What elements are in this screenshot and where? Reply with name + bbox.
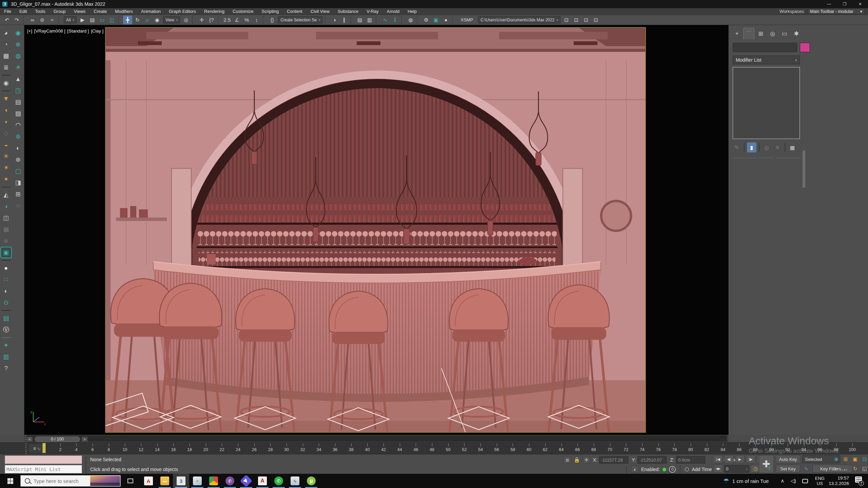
viewport-style-menu[interactable]: [Standard ] (67, 28, 89, 34)
light-dome-icon[interactable]: ◖ (1, 105, 11, 115)
orbit-button[interactable]: ↻ (851, 465, 859, 473)
maximize-button[interactable]: ❐ (837, 0, 852, 8)
render-monitor-icon[interactable]: ◨ (13, 178, 23, 188)
toggle-scene-explorer-button[interactable]: ▤ (355, 16, 364, 24)
window-crossing-toggle[interactable]: ◫ (107, 16, 117, 24)
spinner-icon[interactable]: ↕ (746, 467, 748, 471)
tab-display[interactable]: ▭ (779, 28, 790, 39)
close-button[interactable]: ✕ (852, 0, 868, 8)
search-input[interactable] (34, 478, 91, 484)
absolute-offset-toggle[interactable]: ✛ (583, 456, 590, 464)
reference-coordinate-dropdown[interactable]: View▾ (163, 16, 180, 23)
tab-hierarchy[interactable]: ⊞ (755, 28, 766, 39)
viewport-area[interactable]: [+] [VRayCam008 ] [Standard ] [Clay ] (24, 25, 728, 435)
select-and-manipulate-button[interactable]: ✛ (197, 16, 206, 24)
search-highlight-image[interactable] (90, 476, 120, 486)
taskbar-search[interactable] (20, 475, 121, 487)
previous-frame-button[interactable]: ◀| (724, 455, 734, 463)
use-pivot-point-center-button[interactable]: ◎ (181, 16, 191, 24)
doc-stack-icon[interactable]: ▤ (1, 313, 11, 323)
task-view-button[interactable] (123, 474, 137, 488)
sphere-swoosh-icon[interactable]: ◑ (1, 201, 11, 211)
menu-tools[interactable]: Tools (31, 8, 49, 15)
tab-modify[interactable]: ⌒ (743, 28, 754, 39)
angle-snap-toggle[interactable]: ∠ (232, 16, 241, 24)
undo-button[interactable]: ↶ (2, 16, 12, 24)
rectangular-selection-region-button[interactable]: ▭ (98, 16, 107, 24)
tray-chevron-icon[interactable]: ∧ (781, 478, 784, 484)
geosphere-icon[interactable]: ◇ (1, 128, 11, 138)
material-sphere-icon[interactable]: ● (1, 263, 11, 273)
select-and-move-button[interactable]: ╋ (123, 16, 132, 24)
default-tangents-button[interactable]: ∿ (802, 465, 810, 473)
select-and-rotate-button[interactable]: ↻ (133, 16, 142, 24)
layer-ball-icon[interactable]: ⊚ (13, 131, 23, 142)
menu-views[interactable]: Views (70, 8, 90, 15)
make-unique-button[interactable]: ◎ (762, 142, 771, 152)
keyboard-shortcut-override-toggle[interactable]: {? (207, 16, 216, 24)
track-bar[interactable]: ≣∿ 0 2 4 6 8 10 12 14 16 18 (0, 442, 868, 454)
current-frame-marker[interactable] (42, 443, 46, 453)
light-rays-icon[interactable]: ✶ (1, 174, 11, 184)
help-icon[interactable]: ? (1, 363, 11, 373)
tab-motion[interactable]: ◎ (767, 28, 778, 39)
selection-lock-icon[interactable]: 🔒 (574, 457, 580, 463)
material-balls-icon[interactable]: ∷ (1, 274, 11, 285)
modifier-list-dropdown[interactable]: Modifier List ▾ (733, 56, 800, 64)
sun-light-icon[interactable]: ☀ (1, 163, 11, 173)
taskbar-app-acrobat[interactable]: A (140, 474, 157, 488)
key-mode-toggle[interactable]: ◀▶ (713, 465, 723, 473)
forest-image-icon[interactable]: ▧ (13, 108, 23, 119)
taskbar-app-whatsapp[interactable]: ✆ (271, 474, 287, 488)
menu-create[interactable]: Create (90, 8, 111, 15)
scene-script-button-1[interactable]: ⊡ (562, 16, 571, 24)
split-view-icon[interactable]: ⊞ (13, 189, 23, 199)
menu-graph-editors[interactable]: Graph Editors (165, 8, 200, 15)
zoom-button[interactable]: ⊕ (832, 455, 840, 463)
weather-text[interactable]: 1 cm of rain Tue (732, 478, 769, 484)
current-frame-field[interactable]: 0 ↕ (724, 465, 749, 473)
configure-modifier-sets-button[interactable]: ▦ (788, 142, 797, 152)
light-lister-icon[interactable]: ⊛ (13, 155, 23, 165)
taskbar-app-chrome[interactable] (205, 474, 222, 488)
modifier-stack-list[interactable] (733, 67, 800, 139)
rendered-frame-window-button[interactable]: ▣ (431, 16, 440, 24)
asset-browser-icon[interactable]: ▦ (1, 51, 11, 61)
workspace-dropdown[interactable]: Main Toolbar - modular ▾ (808, 8, 865, 14)
next-frame-button[interactable]: |▶ (746, 455, 755, 463)
zoom-all-button[interactable]: ⊞ (842, 455, 850, 463)
x-coordinate-field[interactable]: -111577.28 (599, 456, 628, 464)
taskbar-app-autocad[interactable]: A (254, 474, 271, 488)
named-selection-dropdown[interactable]: Create Selection Se▾ (278, 16, 322, 23)
vray-ball-icon[interactable]: ◔ (1, 39, 11, 49)
maximize-viewport-button[interactable]: ◱ (861, 465, 868, 473)
menu-modifiers[interactable]: Modifiers (111, 8, 137, 15)
set-key-button[interactable]: Set Key (776, 465, 800, 473)
grid-icon[interactable]: ▦ (1, 224, 11, 235)
select-object-button[interactable]: ▶ (78, 16, 87, 24)
tab-utilities[interactable]: ✱ (791, 28, 802, 39)
select-by-name-button[interactable]: ▤ (88, 16, 97, 24)
viewport-general-menu[interactable]: [+] (27, 28, 32, 34)
curve-editor-button[interactable]: ∿ (380, 16, 390, 24)
light-sphere-icon[interactable]: ◗ (1, 117, 11, 127)
selection-filter-dropdown[interactable]: All▾ (64, 16, 77, 23)
pan-button[interactable]: ↔ (842, 465, 850, 473)
mirror-button[interactable]: ◑ (330, 16, 339, 24)
vray-render-teapot-icon[interactable]: ◕ (1, 28, 11, 38)
teapot-outline-icon[interactable]: ◌ (13, 201, 23, 211)
taskbar-app-utorrent[interactable]: µ (303, 474, 319, 488)
named-selection-sets-button[interactable]: {} (268, 16, 277, 24)
pin-stack-button[interactable]: ✎ (732, 142, 742, 152)
menu-scripting[interactable]: Scripting (258, 8, 283, 15)
taskbar-app-notepad[interactable]: ≡ (189, 474, 205, 488)
notification-center-icon[interactable]: 7 (854, 476, 864, 485)
zoom-extents-all-button[interactable]: ⊡ (861, 455, 868, 463)
proxy-refresh-icon[interactable]: ◳ (13, 85, 23, 96)
tab-create[interactable]: + (731, 28, 743, 39)
set-keys-button[interactable]: ✚⚿ (759, 455, 774, 473)
minimize-button[interactable]: — (821, 0, 837, 8)
select-and-scale-button[interactable]: ▱ (143, 16, 152, 24)
scene-script-button-2[interactable]: ⊡ (572, 16, 581, 24)
y-coordinate-field[interactable]: -212510.07 (637, 456, 667, 464)
